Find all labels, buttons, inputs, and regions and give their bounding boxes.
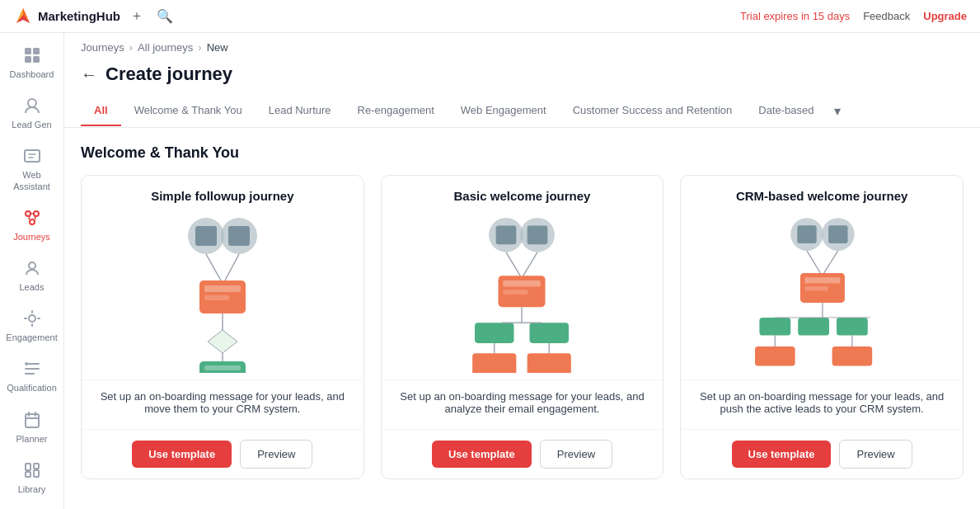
topbar: MarketingHub ＋ 🔍 Trial expires in 15 day… [0, 0, 980, 33]
svg-line-39 [523, 252, 537, 276]
svg-rect-35 [496, 225, 517, 244]
svg-rect-20 [195, 226, 217, 246]
lead-gen-icon [23, 97, 41, 117]
svg-point-11 [30, 219, 35, 224]
dashboard-icon [23, 46, 41, 67]
search-button[interactable]: 🔍 [153, 5, 176, 27]
sidebar: Dashboard Lead Gen Web Assistant Journey… [0, 33, 64, 509]
sidebar-item-engagement[interactable]: Engagement [3, 303, 61, 350]
feedback-link[interactable]: Feedback [863, 10, 910, 22]
trial-text: Trial expires in 15 days [740, 10, 850, 22]
sidebar-item-lead-gen-label: Lead Gen [12, 120, 51, 130]
card-basic-welcome-use-template[interactable]: Use template [432, 441, 532, 468]
svg-rect-15 [26, 464, 30, 470]
tabs-more-button[interactable]: ▾ [828, 95, 847, 127]
svg-rect-63 [798, 318, 829, 336]
svg-rect-64 [837, 318, 868, 336]
crm-based-diagram-svg [748, 216, 896, 373]
cards-grid: Simple followup journey [81, 175, 964, 479]
card-basic-welcome-preview[interactable]: Preview [540, 440, 612, 469]
journeys-icon [23, 209, 41, 229]
engagement-icon [23, 309, 41, 330]
card-crm-based-actions: Use template Preview [681, 429, 963, 478]
library-icon [23, 461, 41, 482]
tab-customer-success[interactable]: Customer Success and Retention [560, 96, 746, 126]
sidebar-item-planner[interactable]: Planner [3, 404, 61, 451]
topbar-right: Trial expires in 15 days Feedback Upgrad… [740, 10, 967, 22]
section-title: Welcome & Thank You [81, 144, 964, 162]
card-crm-based-header: CRM-based welcome journey [681, 176, 963, 210]
svg-line-38 [506, 252, 520, 276]
svg-rect-27 [204, 295, 229, 300]
card-simple-followup-actions: Use template Preview [82, 429, 363, 478]
page-title: Create journey [106, 64, 232, 85]
back-button[interactable]: ← [81, 65, 97, 84]
svg-rect-6 [33, 56, 40, 63]
qualification-icon [23, 360, 41, 380]
card-crm-based-use-template[interactable]: Use template [732, 441, 832, 468]
sidebar-item-lead-gen[interactable]: Lead Gen [3, 90, 61, 137]
svg-rect-37 [528, 225, 548, 244]
tab-welcome[interactable]: Welcome & Thank You [121, 96, 256, 126]
sidebar-item-journeys[interactable]: Journeys [3, 202, 61, 249]
logo-text: MarketingHub [38, 9, 120, 23]
svg-rect-59 [804, 277, 840, 283]
breadcrumb-sep-2: › [198, 41, 201, 54]
svg-rect-60 [804, 286, 828, 290]
logo-icon [13, 7, 33, 26]
breadcrumb-journeys[interactable]: Journeys [81, 41, 124, 54]
svg-point-12 [29, 262, 35, 269]
svg-rect-32 [204, 365, 241, 370]
sidebar-item-library[interactable]: Library [3, 455, 61, 502]
tab-reengagement[interactable]: Re-engagement [345, 96, 448, 126]
svg-point-7 [28, 99, 36, 107]
web-assistant-icon [23, 147, 41, 167]
card-simple-followup-use-template[interactable]: Use template [132, 441, 232, 468]
add-button[interactable]: ＋ [127, 4, 147, 28]
svg-line-24 [225, 254, 239, 280]
svg-rect-51 [528, 353, 571, 373]
card-crm-based-title: CRM-based welcome journey [736, 189, 907, 203]
svg-rect-17 [34, 464, 39, 469]
svg-rect-4 [33, 48, 40, 54]
svg-line-57 [824, 251, 838, 273]
tab-all[interactable]: All [81, 96, 121, 126]
card-basic-welcome-desc: Set up an on-boarding message for your l… [382, 379, 663, 429]
sidebar-item-web-assistant-label: Web Assistant [8, 170, 56, 191]
svg-rect-62 [760, 318, 791, 336]
svg-rect-41 [504, 280, 542, 287]
tab-lead-nurture[interactable]: Lead Nurture [256, 96, 345, 126]
card-basic-welcome-title: Basic welcome journey [454, 189, 591, 203]
logo: MarketingHub [13, 7, 120, 26]
simple-followup-diagram-svg [148, 216, 297, 373]
sidebar-item-leads[interactable]: Leads [3, 252, 61, 299]
sidebar-item-qualification[interactable]: Qualification [3, 353, 61, 400]
svg-rect-18 [34, 470, 39, 477]
svg-marker-29 [208, 330, 237, 353]
svg-rect-16 [26, 472, 30, 477]
svg-rect-50 [473, 353, 517, 373]
card-simple-followup-preview[interactable]: Preview [240, 440, 312, 469]
breadcrumb-all-journeys[interactable]: All journeys [138, 41, 193, 54]
svg-point-13 [29, 315, 35, 322]
tab-date-based[interactable]: Date-based [745, 96, 827, 126]
upgrade-link[interactable]: Upgrade [923, 10, 967, 22]
welcome-section: Welcome & Thank You Simple followup jour… [64, 128, 980, 496]
sidebar-item-engagement-label: Engagement [6, 332, 57, 343]
card-basic-welcome-header: Basic welcome journey [382, 176, 663, 210]
card-crm-based-preview[interactable]: Preview [839, 440, 912, 469]
card-simple-followup-title: Simple followup journey [151, 189, 293, 203]
svg-rect-42 [504, 290, 528, 295]
breadcrumb-sep-1: › [129, 41, 133, 54]
tab-web-engagement[interactable]: Web Engagement [448, 96, 560, 126]
svg-rect-53 [797, 225, 816, 243]
main-content: Journeys › All journeys › New ← Create j… [64, 33, 980, 509]
sidebar-item-web-assistant[interactable]: Web Assistant [3, 140, 61, 198]
card-crm-based-desc: Set up an on-boarding message for your l… [681, 379, 963, 429]
svg-rect-3 [25, 48, 31, 54]
card-simple-followup: Simple followup journey [81, 175, 364, 479]
sidebar-item-dashboard[interactable]: Dashboard [3, 40, 61, 87]
svg-rect-8 [25, 150, 40, 162]
svg-rect-14 [26, 414, 39, 427]
basic-welcome-diagram-svg [448, 216, 596, 373]
